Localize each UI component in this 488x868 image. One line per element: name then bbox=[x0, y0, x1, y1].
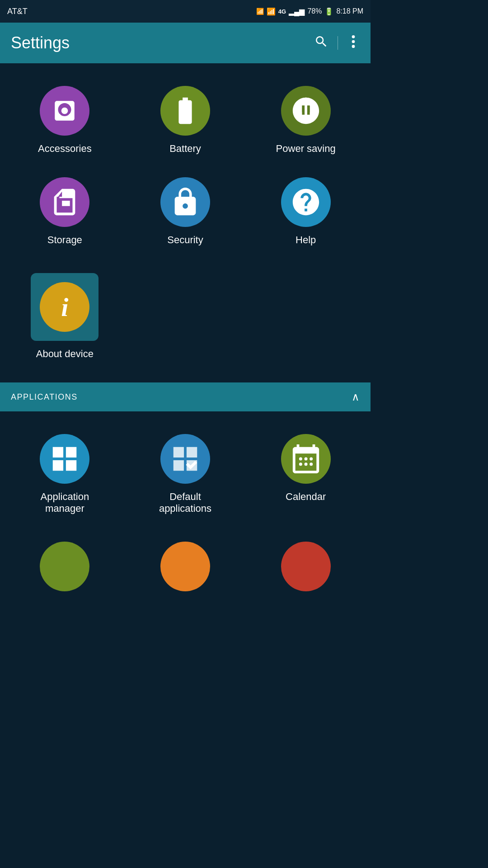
applications-grid: Applicationmanager Defaultapplications bbox=[5, 420, 366, 528]
settings-item-partial-3[interactable] bbox=[245, 533, 366, 614]
power-saving-icon bbox=[290, 95, 322, 127]
settings-item-power-saving[interactable]: Power saving bbox=[245, 77, 366, 164]
settings-item-accessories[interactable]: Accessories bbox=[5, 77, 125, 164]
storage-icon bbox=[49, 186, 80, 218]
bottom-partial-grid bbox=[5, 528, 366, 618]
calendar-label: Calendar bbox=[286, 491, 326, 503]
settings-item-battery[interactable]: Battery bbox=[125, 77, 246, 164]
default-apps-icon-bg bbox=[160, 434, 210, 484]
settings-item-application-manager[interactable]: Applicationmanager bbox=[5, 425, 125, 524]
signal-icon: ▂▄▆ bbox=[289, 7, 305, 16]
about-device-label: About device bbox=[36, 348, 94, 360]
search-icon bbox=[314, 34, 328, 49]
accessories-icon-bg bbox=[40, 86, 89, 136]
search-button[interactable] bbox=[314, 34, 328, 52]
applications-collapse-chevron[interactable]: ∧ bbox=[352, 391, 360, 403]
power-saving-icon-bg bbox=[281, 86, 331, 136]
wifi-icon: 📶 bbox=[267, 7, 276, 16]
toolbar-actions bbox=[314, 34, 360, 52]
accessories-icon bbox=[52, 98, 78, 124]
partial-icon-1 bbox=[40, 542, 89, 591]
settings-item-security[interactable]: Security bbox=[125, 168, 246, 255]
status-bar: AT&T 📶 📶 4G ▂▄▆ 78% 🔋 8:18 PM bbox=[0, 0, 371, 23]
about-grid: i About device bbox=[5, 259, 366, 373]
about-icon-circle: i bbox=[40, 282, 89, 332]
app-manager-icon-bg bbox=[40, 434, 89, 484]
battery-icon: 🔋 bbox=[324, 7, 333, 16]
partial-icon-3 bbox=[281, 542, 331, 591]
calendar-icon bbox=[290, 443, 322, 475]
toolbar: Settings bbox=[0, 23, 371, 63]
settings-item-storage[interactable]: Storage bbox=[5, 168, 125, 255]
help-icon-bg bbox=[281, 177, 331, 227]
security-icon-bg bbox=[160, 177, 210, 227]
settings-item-partial-2[interactable] bbox=[125, 533, 246, 614]
app-manager-icon bbox=[49, 443, 80, 475]
svg-point-4 bbox=[304, 458, 307, 461]
accessories-label: Accessories bbox=[38, 143, 92, 155]
battery-icon-bg bbox=[160, 86, 210, 136]
security-label: Security bbox=[167, 234, 203, 246]
power-saving-label: Power saving bbox=[276, 143, 336, 155]
app-manager-label: Applicationmanager bbox=[41, 491, 89, 514]
partial-icon-2 bbox=[160, 542, 210, 591]
help-label: Help bbox=[296, 234, 316, 246]
status-icons: 📶 📶 4G ▂▄▆ 78% 🔋 8:18 PM bbox=[256, 7, 363, 16]
about-icon-letter: i bbox=[61, 292, 68, 322]
device-section: Accessories Battery Power saving bbox=[0, 63, 371, 382]
calendar-icon-bg bbox=[281, 434, 331, 484]
svg-point-5 bbox=[310, 458, 313, 461]
time-label: 8:18 PM bbox=[336, 7, 363, 15]
carrier-label: AT&T bbox=[7, 7, 28, 16]
svg-point-6 bbox=[299, 462, 302, 466]
page-title: Settings bbox=[11, 33, 70, 52]
applications-section-title: APPLICATIONS bbox=[11, 392, 78, 402]
battery-icon bbox=[169, 95, 201, 127]
battery-label-text: Battery bbox=[169, 143, 201, 155]
svg-point-8 bbox=[310, 462, 313, 466]
default-apps-icon bbox=[169, 443, 201, 475]
settings-item-help[interactable]: Help bbox=[245, 168, 366, 255]
svg-point-2 bbox=[352, 45, 355, 48]
toolbar-divider bbox=[338, 36, 338, 50]
applications-section-header[interactable]: APPLICATIONS ∧ bbox=[0, 382, 371, 411]
settings-item-calendar[interactable]: Calendar bbox=[245, 425, 366, 524]
security-icon bbox=[169, 186, 201, 218]
default-apps-label: Defaultapplications bbox=[159, 491, 211, 514]
storage-label: Storage bbox=[47, 234, 82, 246]
settings-item-partial-1[interactable] bbox=[5, 533, 125, 614]
settings-item-default-applications[interactable]: Defaultapplications bbox=[125, 425, 246, 524]
more-options-icon bbox=[347, 34, 360, 49]
svg-point-1 bbox=[352, 40, 355, 43]
storage-icon-bg bbox=[40, 177, 89, 227]
device-grid: Accessories Battery Power saving bbox=[5, 72, 366, 259]
about-icon-square: i bbox=[31, 273, 99, 341]
applications-section: Applicationmanager Defaultapplications bbox=[0, 411, 371, 627]
help-icon bbox=[290, 186, 322, 218]
nfc-icon: 📶 bbox=[256, 8, 264, 15]
battery-label: 78% bbox=[307, 7, 322, 15]
svg-point-0 bbox=[352, 35, 355, 38]
svg-point-3 bbox=[299, 458, 302, 461]
settings-item-about-device[interactable]: i About device bbox=[5, 264, 125, 369]
more-options-button[interactable] bbox=[347, 34, 360, 52]
network-icon: 4G bbox=[278, 8, 286, 15]
svg-point-7 bbox=[304, 462, 307, 466]
